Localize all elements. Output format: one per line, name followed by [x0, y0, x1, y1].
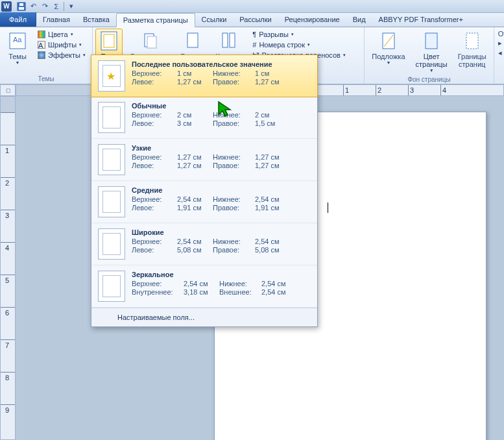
group-page-background: Подложка▼ Цвет страницы▼ Границы страниц… — [365, 27, 494, 84]
gallery-item-last-custom[interactable]: Последнее пользовательское значение Верх… — [91, 55, 318, 97]
ribbon: Aa Темы ▼ Цвета▾ AШрифты▾ Эффекты▾ Темы … — [0, 27, 504, 84]
tab-review[interactable]: Рецензирование — [278, 12, 346, 27]
svg-rect-2 — [19, 3, 23, 6]
tab-mailings[interactable]: Рассылки — [233, 12, 278, 27]
effects-icon — [38, 51, 45, 59]
tab-page-layout[interactable]: Разметка страницы — [116, 13, 195, 27]
undo-icon[interactable]: ↶ — [29, 2, 38, 11]
ruler-corner[interactable]: ◻ — [0, 84, 16, 96]
group-indent: Отступ ▸Слева: ◂Справа: — [494, 27, 504, 84]
tab-view[interactable]: Вид — [346, 12, 372, 27]
indent-right-icon: ◂ — [498, 49, 502, 57]
vertical-ruler[interactable]: 1 2 3 4 5 6 7 8 9 — [0, 96, 16, 440]
tab-home[interactable]: Главная — [36, 12, 77, 27]
margin-preset-thumb — [98, 144, 125, 175]
tab-abbyy[interactable]: ABBYY PDF Transformer+ — [372, 12, 470, 27]
fonts-icon: A — [38, 41, 45, 49]
ribbon-tabs: Файл Главная Вставка Разметка страницы С… — [0, 13, 504, 27]
page-borders-button[interactable]: Границы страниц — [455, 29, 490, 70]
group-label-page-bg: Фон страницы — [407, 75, 450, 84]
svg-rect-11 — [230, 33, 235, 47]
tab-references[interactable]: Ссылки — [195, 12, 234, 27]
svg-text:Aa: Aa — [13, 36, 22, 43]
svg-rect-10 — [222, 33, 228, 47]
qat-more-icon[interactable]: ▾ — [67, 2, 76, 11]
margin-preset-thumb — [98, 60, 125, 92]
columns-icon — [219, 31, 239, 51]
page-color-icon — [421, 31, 442, 51]
theme-fonts-button[interactable]: AШрифты▾ — [35, 40, 88, 49]
margin-preset-thumb — [98, 228, 125, 260]
gallery-item-mirrored[interactable]: Зеркальное Верхнее:2,54 смНижнее:2,54 см… — [91, 265, 317, 308]
theme-colors-button[interactable]: Цвета▾ — [35, 30, 88, 39]
line-numbers-button[interactable]: #Номера строк▾ — [250, 40, 360, 49]
group-label-themes: Темы — [38, 74, 54, 84]
gallery-item-narrow[interactable]: Узкие Верхнее:1,27 смНижнее:1,27 смЛевое… — [91, 139, 317, 181]
margin-preset-thumb — [98, 186, 125, 217]
themes-icon: Aa — [7, 31, 28, 51]
svg-rect-9 — [187, 33, 198, 47]
save-icon[interactable] — [17, 2, 26, 11]
indent-left-icon: ▸ — [498, 39, 502, 47]
theme-effects-button[interactable]: Эффекты▾ — [35, 51, 88, 60]
themes-button[interactable]: Aa Темы ▼ — [4, 29, 31, 67]
tab-insert[interactable]: Вставка — [77, 12, 116, 27]
margins-icon — [99, 31, 119, 51]
page-borders-icon — [462, 31, 483, 51]
svg-rect-8 — [147, 36, 156, 48]
gallery-item-moderate[interactable]: Средние Верхнее:2,54 смНижнее:2,54 смЛев… — [91, 181, 317, 223]
margins-gallery: Последнее пользовательское значение Верх… — [91, 55, 318, 327]
indent-header: Отступ — [498, 30, 504, 38]
svg-rect-14 — [426, 33, 437, 49]
qat-separator — [64, 2, 64, 11]
gallery-item-wide[interactable]: Широкие Верхнее:2,54 смНижнее:2,54 смЛев… — [91, 223, 317, 265]
page-color-button[interactable]: Цвет страницы▼ — [413, 29, 451, 75]
custom-margins-button[interactable]: Настраиваемые поля... — [91, 308, 317, 326]
margin-preset-thumb — [98, 102, 125, 133]
sigma-icon[interactable]: Σ — [52, 2, 61, 11]
svg-rect-1 — [19, 7, 24, 10]
orientation-icon — [139, 31, 160, 51]
breaks-button[interactable]: ¶Разрывы▾ — [250, 30, 360, 39]
colors-icon — [38, 31, 45, 38]
chevron-down-icon: ▼ — [16, 60, 20, 65]
margin-preset-thumb — [98, 271, 125, 302]
redo-icon[interactable]: ↷ — [40, 2, 49, 11]
quick-access-toolbar: ↶ ↷ Σ ▾ — [17, 2, 76, 11]
tab-file[interactable]: Файл — [0, 12, 36, 27]
title-bar: W ↶ ↷ Σ ▾ — [0, 0, 504, 13]
gallery-item-normal[interactable]: Обычные Верхнее:2 смНижнее:2 смЛевое:3 с… — [91, 97, 317, 139]
text-cursor — [328, 202, 328, 213]
watermark-icon — [378, 31, 399, 51]
word-app-icon: W — [1, 1, 12, 12]
line-numbers-icon: # — [252, 41, 256, 49]
group-themes: Aa Темы ▼ Цвета▾ AШрифты▾ Эффекты▾ Темы — [0, 27, 93, 84]
size-icon — [182, 31, 203, 51]
svg-rect-15 — [466, 33, 478, 49]
breaks-icon: ¶ — [252, 31, 256, 38]
watermark-button[interactable]: Подложка▼ — [368, 29, 408, 67]
